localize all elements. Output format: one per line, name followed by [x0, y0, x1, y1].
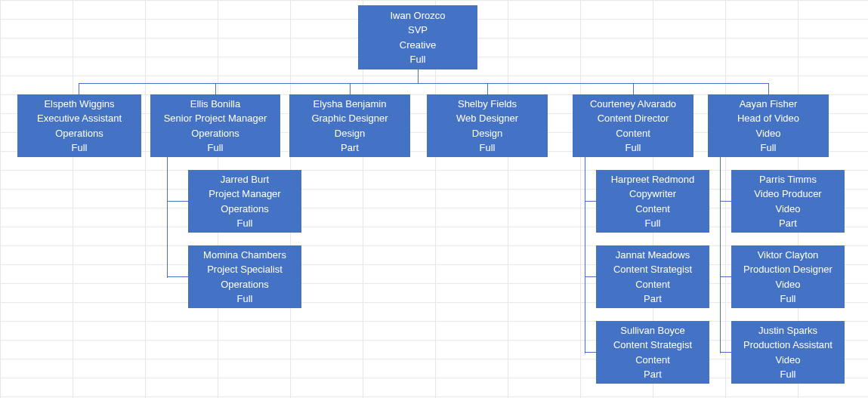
node-name: Iwan Orozco — [361, 8, 474, 23]
node-dept: Operations — [20, 126, 138, 141]
node-emp: Full — [734, 367, 842, 382]
org-node-f3[interactable]: Justin Sparks Production Assistant Video… — [731, 321, 845, 384]
node-emp: Full — [576, 140, 690, 156]
node-dept: Operations — [191, 277, 298, 292]
connector — [167, 157, 168, 278]
org-node-b1[interactable]: Jarred Burt Project Manager Operations F… — [188, 170, 301, 233]
node-dept: Content — [599, 353, 706, 368]
node-emp: Full — [191, 292, 298, 307]
node-title: Executive Assistant — [20, 111, 138, 126]
node-title: Content Director — [576, 111, 690, 126]
connector — [585, 352, 596, 353]
node-title: Production Designer — [734, 262, 842, 277]
node-title: Project Specialist — [191, 262, 298, 277]
node-emp: Full — [20, 140, 138, 156]
node-name: Harpreet Redmond — [599, 172, 706, 187]
node-title: Graphic Designer — [292, 111, 407, 126]
connector — [350, 83, 351, 94]
node-title: Head of Video — [711, 111, 826, 126]
node-emp: Part — [292, 140, 407, 156]
node-title: SVP — [361, 23, 474, 38]
node-title: Web Designer — [430, 111, 545, 126]
connector — [720, 352, 731, 353]
node-dept: Creative — [361, 38, 474, 53]
org-node-e3[interactable]: Sullivan Boyce Content Strategist Conten… — [596, 321, 709, 384]
org-node-d[interactable]: Shelby Fields Web Designer Design Full — [427, 94, 548, 157]
node-dept: Operations — [153, 126, 277, 141]
node-dept: Video — [734, 202, 842, 217]
connector — [79, 83, 79, 94]
connector — [720, 201, 731, 202]
connector — [585, 276, 596, 277]
connector — [633, 83, 634, 94]
node-name: Shelby Fields — [430, 97, 545, 112]
connector — [167, 276, 188, 277]
node-name: Justin Sparks — [734, 323, 842, 338]
org-node-f2[interactable]: Viktor Clayton Production Designer Video… — [731, 245, 845, 308]
node-title: Project Manager — [191, 187, 298, 202]
node-title: Video Producer — [734, 187, 842, 202]
node-emp: Full — [734, 292, 842, 307]
node-emp: Part — [599, 292, 706, 307]
node-emp: Full — [711, 140, 826, 156]
node-name: Jannat Meadows — [599, 248, 706, 263]
node-name: Elspeth Wiggins — [20, 97, 138, 112]
node-name: Sullivan Boyce — [599, 323, 706, 338]
node-name: Aayan Fisher — [711, 97, 826, 112]
connector — [215, 83, 216, 94]
connector — [720, 157, 721, 353]
node-name: Viktor Clayton — [734, 248, 842, 263]
org-node-b[interactable]: Ellis Bonilla Senior Project Manager Ope… — [150, 94, 280, 157]
node-title: Content Strategist — [599, 338, 706, 353]
node-title: Copywriter — [599, 187, 706, 202]
connector — [768, 83, 769, 94]
node-dept: Operations — [191, 202, 298, 217]
org-node-f1[interactable]: Parris Timms Video Producer Video Part — [731, 170, 845, 233]
node-title: Production Assistant — [734, 338, 842, 353]
node-emp: Full — [599, 216, 706, 231]
node-name: Courteney Alvarado — [576, 97, 690, 112]
node-dept: Content — [599, 277, 706, 292]
org-node-c[interactable]: Elysha Benjamin Graphic Designer Design … — [289, 94, 410, 157]
node-name: Elysha Benjamin — [292, 97, 407, 112]
node-emp: Full — [191, 216, 298, 231]
connector — [487, 83, 488, 94]
node-dept: Content — [599, 202, 706, 217]
node-emp: Full — [361, 52, 474, 67]
org-node-b2[interactable]: Momina Chambers Project Specialist Opera… — [188, 245, 301, 308]
node-name: Jarred Burt — [191, 172, 298, 187]
org-node-e2[interactable]: Jannat Meadows Content Strategist Conten… — [596, 245, 709, 308]
node-name: Momina Chambers — [191, 248, 298, 263]
org-node-a[interactable]: Elspeth Wiggins Executive Assistant Oper… — [17, 94, 141, 157]
node-name: Parris Timms — [734, 172, 842, 187]
org-node-e[interactable]: Courteney Alvarado Content Director Cont… — [573, 94, 693, 157]
connector — [418, 69, 419, 83]
connector — [79, 83, 768, 84]
node-dept: Design — [292, 126, 407, 141]
org-node-root[interactable]: Iwan Orozco SVP Creative Full — [358, 5, 477, 69]
org-node-e1[interactable]: Harpreet Redmond Copywriter Content Full — [596, 170, 709, 233]
node-dept: Design — [430, 126, 545, 141]
node-dept: Content — [576, 126, 690, 141]
connector — [585, 201, 596, 202]
node-emp: Full — [430, 140, 545, 156]
connector — [720, 276, 731, 277]
node-dept: Video — [711, 126, 826, 141]
node-emp: Part — [599, 367, 706, 382]
node-dept: Video — [734, 277, 842, 292]
connector — [167, 201, 188, 202]
org-node-f[interactable]: Aayan Fisher Head of Video Video Full — [708, 94, 829, 157]
node-title: Content Strategist — [599, 262, 706, 277]
node-dept: Video — [734, 353, 842, 368]
node-name: Ellis Bonilla — [153, 97, 277, 112]
node-title: Senior Project Manager — [153, 111, 277, 126]
node-emp: Full — [153, 140, 277, 156]
connector — [585, 157, 585, 353]
node-emp: Part — [734, 216, 842, 231]
